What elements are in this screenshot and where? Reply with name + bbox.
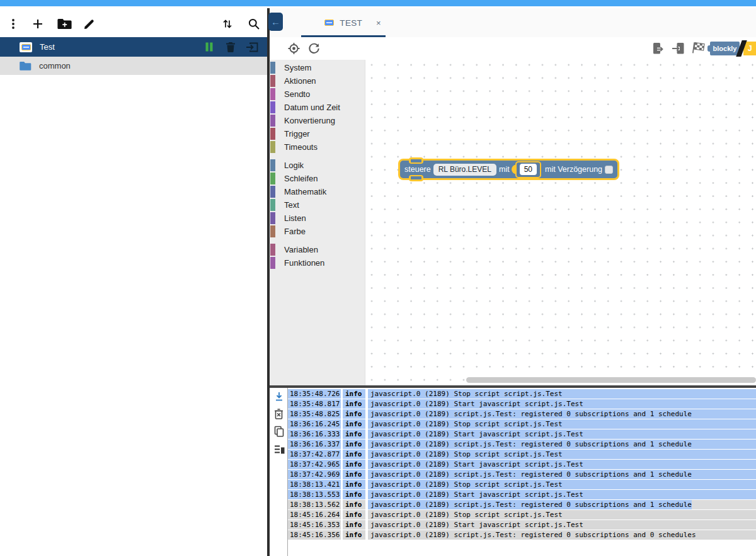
log-timestamp: 18:45:16.264 <box>288 510 341 519</box>
log-row[interactable]: 18:36:16.245infojavascript.0 (2189) Stop… <box>288 419 756 429</box>
reload-icon[interactable] <box>307 42 320 55</box>
add-folder-icon[interactable] <box>57 18 72 30</box>
download-log-icon[interactable] <box>274 392 284 402</box>
log-row[interactable]: 18:38:13.421infojavascript.0 (2189) Stop… <box>288 480 756 490</box>
workspace-hscrollbar[interactable] <box>466 377 756 383</box>
pause-script-icon[interactable] <box>198 42 220 52</box>
toolbox-category-listen[interactable]: Listen <box>270 212 365 225</box>
log-level: info <box>343 480 365 489</box>
toolbox-group: VariablenFunktionen <box>270 243 365 269</box>
move-script-icon[interactable] <box>241 42 263 52</box>
import-blocks-icon[interactable] <box>672 42 685 55</box>
log-message: javascript.0 (2189) Stop script script.j… <box>368 510 756 519</box>
editor-panel: ← TEST × bl <box>270 6 756 556</box>
tab-blockly-icon <box>323 19 335 27</box>
log-level: info <box>343 500 365 509</box>
toolbox-category-text[interactable]: Text <box>270 198 365 212</box>
log-timestamp: 18:37:42.965 <box>288 460 341 469</box>
log-level: info <box>343 399 365 409</box>
log-message-text: javascript.0 (2189) Start javascript scr… <box>370 521 583 529</box>
search-icon[interactable] <box>248 18 260 30</box>
delete-script-icon[interactable] <box>220 42 241 52</box>
toolbox-category-aktionen[interactable]: Aktionen <box>270 74 365 88</box>
log-message: javascript.0 (2189) Start javascript scr… <box>368 520 756 530</box>
log-timestamp: 18:35:48.817 <box>288 399 341 409</box>
toolbox-category-system[interactable]: System <box>270 61 365 74</box>
log-row[interactable]: 18:36:16.333infojavascript.0 (2189) Star… <box>288 429 756 440</box>
log-row[interactable]: 18:36:16.337infojavascript.0 (2189) scri… <box>288 440 756 450</box>
category-color-swatch <box>270 62 275 74</box>
sort-icon[interactable] <box>222 18 233 30</box>
block-value-field[interactable]: 50 <box>520 164 537 175</box>
toolbox-category-datum-und-zeit[interactable]: Datum und Zeit <box>270 101 365 114</box>
category-label: Timeouts <box>284 142 318 152</box>
log-message-text: javascript.0 (2189) Start javascript scr… <box>370 460 583 468</box>
tab-close-icon[interactable]: × <box>376 18 381 28</box>
folder-name: common <box>39 61 71 71</box>
copy-log-icon[interactable] <box>274 426 284 437</box>
log-timestamp: 18:35:48.825 <box>288 409 341 419</box>
category-color-swatch <box>270 173 275 184</box>
log-row[interactable]: 18:37:42.969infojavascript.0 (2189) scri… <box>288 470 756 480</box>
tab-test[interactable]: TEST × <box>301 8 386 37</box>
block-delay-checkbox[interactable] <box>605 166 613 174</box>
script-name: Test <box>40 42 55 52</box>
log-row[interactable]: 18:45:16.353infojavascript.0 (2189) Star… <box>288 520 756 530</box>
script-item-test[interactable]: Test <box>0 37 268 57</box>
category-label: Sendto <box>284 89 310 99</box>
log-level: info <box>343 470 365 479</box>
toolbox-category-schleifen[interactable]: Schleifen <box>270 172 365 185</box>
category-label: Konvertierung <box>284 116 335 125</box>
blockly-canvas[interactable]: steuere RL Büro.LEVEL mit 50 mit Verzöge… <box>365 60 756 385</box>
collapse-arrow-icon: ← <box>271 16 280 27</box>
log-row[interactable]: 18:35:48.817infojavascript.0 (2189) Star… <box>288 399 756 409</box>
toolbox-category-sendto[interactable]: Sendto <box>270 88 365 101</box>
editor-tabbar: ← TEST × <box>270 8 756 37</box>
log-row[interactable]: 18:35:48.726infojavascript.0 (2189) Stop… <box>288 389 756 399</box>
log-level: info <box>343 530 365 540</box>
add-script-icon[interactable] <box>32 18 44 30</box>
category-label: Logik <box>284 161 304 170</box>
edit-pencil-icon[interactable] <box>83 18 96 30</box>
log-row[interactable]: 18:35:48.825infojavascript.0 (2189) scri… <box>288 409 756 419</box>
log-row[interactable]: 18:37:42.965infojavascript.0 (2189) Star… <box>288 460 756 470</box>
center-blocks-icon[interactable] <box>287 42 301 55</box>
toolbox-category-logik[interactable]: Logik <box>270 159 365 172</box>
check-blocks-flag-icon[interactable] <box>691 42 706 55</box>
category-color-swatch <box>270 212 275 224</box>
toolbox-category-timeouts[interactable]: Timeouts <box>270 140 365 154</box>
block-with-label: mit <box>499 165 510 174</box>
block-object-field[interactable]: RL Büro.LEVEL <box>433 164 496 176</box>
clear-log-icon[interactable] <box>274 409 284 419</box>
log-timestamp: 18:37:42.969 <box>288 470 341 479</box>
app-root: Test common ← <box>0 0 756 556</box>
folder-item-common[interactable]: common <box>0 57 268 75</box>
log-message: javascript.0 (2189) Start javascript scr… <box>368 490 756 499</box>
number-shadow-block[interactable]: 50 <box>515 161 541 178</box>
log-row[interactable]: 18:37:42.877infojavascript.0 (2189) Stop… <box>288 450 756 460</box>
export-blocks-icon[interactable] <box>651 42 665 55</box>
toolbox-category-funktionen[interactable]: Funktionen <box>270 256 365 269</box>
toolbox-category-konvertierung[interactable]: Konvertierung <box>270 114 365 127</box>
log-message: javascript.0 (2189) Start javascript scr… <box>368 399 756 409</box>
menu-kebab-icon[interactable] <box>9 18 18 30</box>
toolbox-category-variablen[interactable]: Variablen <box>270 243 365 256</box>
category-color-swatch <box>270 88 275 100</box>
log-message-text: javascript.0 (2189) Stop script script.j… <box>370 450 563 458</box>
log-level: info <box>343 440 365 449</box>
log-message-text: javascript.0 (2189) script.js.Test: regi… <box>370 470 692 479</box>
blockly-toolbox: SystemAktionenSendtoDatum und ZeitKonver… <box>270 60 365 385</box>
log-row[interactable]: 18:38:13.562infojavascript.0 (2189) scri… <box>288 500 756 510</box>
control-block[interactable]: steuere RL Büro.LEVEL mit 50 mit Verzöge… <box>398 159 619 180</box>
toolbox-category-trigger[interactable]: Trigger <box>270 127 365 140</box>
log-message: javascript.0 (2189) Stop script script.j… <box>368 389 756 399</box>
toolbox-category-mathematik[interactable]: Mathematik <box>270 185 365 198</box>
toolbox-category-farbe[interactable]: Farbe <box>270 225 365 238</box>
collapse-panel-button[interactable]: ← <box>268 13 283 31</box>
log-row[interactable]: 18:45:16.264infojavascript.0 (2189) Stop… <box>288 510 756 520</box>
log-row[interactable]: 18:38:13.553infojavascript.0 (2189) Star… <box>288 490 756 500</box>
log-level: info <box>343 429 365 439</box>
blockly-js-toggle[interactable]: blockly J <box>710 42 756 55</box>
log-layout-icon[interactable] <box>274 445 285 454</box>
log-row[interactable]: 18:45:16.356infojavascript.0 (2189) scri… <box>288 530 756 540</box>
